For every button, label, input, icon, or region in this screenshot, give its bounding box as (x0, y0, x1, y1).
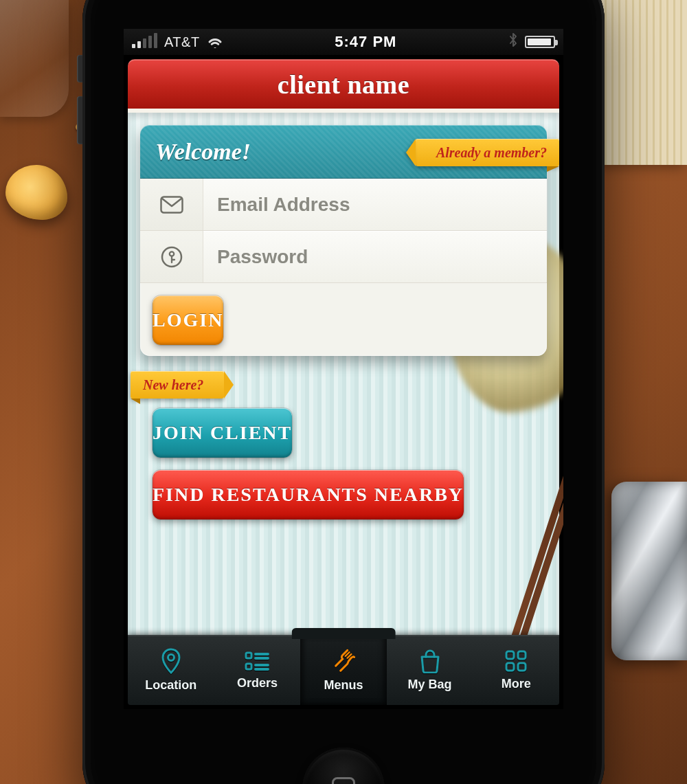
app-header: client name (128, 59, 559, 109)
tab-menus[interactable]: Menus (300, 635, 387, 705)
already-member-ribbon: Already a member? (416, 139, 559, 166)
tab-more[interactable]: More (473, 635, 559, 705)
svg-rect-4 (246, 653, 251, 658)
tab-label: Orders (237, 676, 278, 691)
tab-mybag[interactable]: My Bag (387, 635, 473, 705)
tab-label: My Bag (408, 677, 452, 692)
volume-button (77, 96, 82, 144)
join-client-button[interactable]: JOIN CLIENT (153, 408, 292, 458)
svg-rect-12 (506, 663, 514, 671)
placemat-prop (598, 0, 687, 165)
wifi-icon (207, 36, 223, 48)
list-icon (245, 650, 269, 672)
password-row (140, 231, 547, 283)
login-panel: Welcome! Already a member? (140, 125, 547, 356)
tab-label: Location (145, 678, 196, 693)
svg-rect-10 (506, 651, 514, 659)
key-icon (140, 231, 203, 282)
welcome-heading: Welcome! (155, 139, 251, 165)
foil-tray-prop (611, 482, 687, 660)
email-row (140, 179, 547, 231)
tab-label: Menus (324, 678, 363, 693)
app-title: client name (278, 69, 409, 100)
tab-bar: Location Orders (128, 635, 559, 705)
new-here-ribbon: New here? (131, 371, 224, 399)
utensils-icon (330, 648, 357, 674)
status-bar: AT&T 5:47 PM (124, 29, 563, 55)
svg-rect-5 (246, 664, 251, 669)
grid-icon (504, 649, 528, 673)
mute-switch (77, 55, 82, 82)
svg-point-2 (169, 251, 173, 256)
home-button-glyph (332, 777, 355, 784)
phone-frame: AT&T 5:47 PM client name (82, 0, 605, 784)
signup-panel: New here? JOIN CLIENT FIND RESTAURANTS N… (140, 371, 547, 522)
tab-orders[interactable]: Orders (214, 635, 301, 705)
email-field[interactable] (203, 179, 547, 230)
login-panel-header: Welcome! Already a member? (140, 125, 547, 179)
login-button[interactable]: LOGIN (153, 295, 223, 345)
plastic-wrapper-prop (0, 0, 69, 117)
content-area: Welcome! Already a member? (128, 109, 559, 635)
bluetooth-icon (508, 32, 518, 52)
pin-icon (160, 648, 182, 674)
tab-label: More (502, 677, 531, 691)
mail-icon (140, 179, 203, 230)
fortune-cookie-prop (5, 165, 67, 220)
svg-rect-11 (518, 651, 526, 659)
home-button[interactable] (302, 748, 385, 784)
password-field[interactable] (203, 231, 547, 282)
clock: 5:47 PM (223, 33, 508, 51)
battery-icon (525, 36, 555, 48)
svg-rect-13 (518, 663, 526, 671)
svg-point-3 (168, 654, 174, 660)
carrier-label: AT&T (164, 34, 200, 50)
screen: AT&T 5:47 PM client name (124, 29, 563, 709)
tab-location[interactable]: Location (128, 635, 214, 705)
find-restaurants-button[interactable]: FIND RESTAURANTS NEARBY (153, 470, 464, 519)
signal-strength-icon (132, 36, 157, 48)
bag-icon (418, 649, 442, 673)
